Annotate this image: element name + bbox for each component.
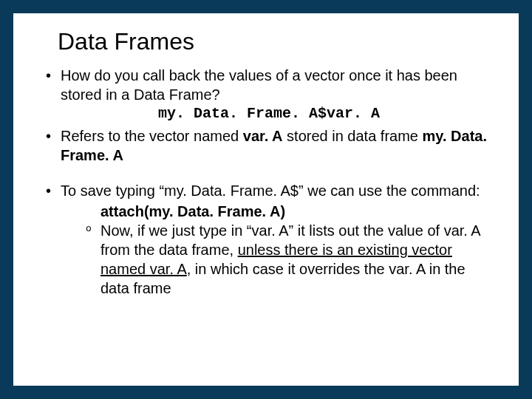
sub-bullet: Now, if we just type in “var. A” it list… bbox=[86, 221, 497, 298]
bullet-list: How do you call back the values of a vec… bbox=[35, 66, 497, 298]
bullet-1-text: How do you call back the values of a vec… bbox=[61, 67, 457, 103]
bullet-2-pre: Refers to the vector named bbox=[61, 128, 243, 144]
sub-list: attach(my. Data. Frame. A) Now, if we ju… bbox=[61, 202, 497, 298]
bullet-2-var: var. A bbox=[243, 128, 283, 144]
spacer bbox=[41, 168, 497, 181]
attach-command: attach(my. Data. Frame. A) bbox=[86, 202, 497, 221]
code-line-1: my. Data. Frame. A$var. A bbox=[41, 104, 497, 123]
bullet-2-mid: stored in data frame bbox=[283, 128, 423, 144]
bullet-3: To save typing “my. Data. Frame. A$” we … bbox=[41, 181, 497, 298]
slide-card: Data Frames How do you call back the val… bbox=[13, 13, 519, 386]
bullet-1: How do you call back the values of a vec… bbox=[41, 66, 497, 123]
bullet-3-text: To save typing “my. Data. Frame. A$” we … bbox=[61, 183, 480, 199]
bullet-2: Refers to the vector named var. A stored… bbox=[41, 126, 497, 165]
slide-title: Data Frames bbox=[58, 28, 497, 55]
